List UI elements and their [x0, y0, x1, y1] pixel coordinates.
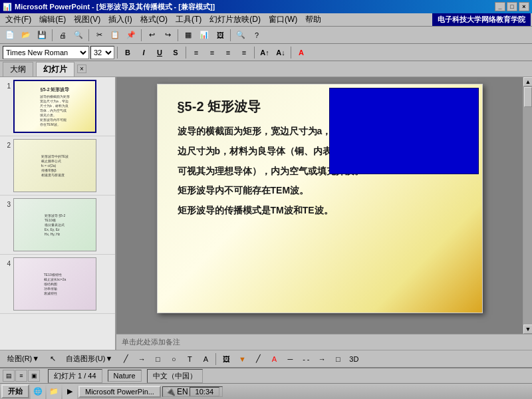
font-color-button[interactable]: A	[294, 46, 309, 59]
shadow-button[interactable]: S	[168, 46, 183, 59]
slide-thumb-1[interactable]: 1 §5-2 矩形波导 波导的横截面为矩形宽边尺寸为a，窄边尺寸为b，材料为良导…	[0, 77, 115, 136]
maximize-button[interactable]: □	[507, 2, 517, 11]
drawing-toolbar: 绘图(R)▼ ↖ 自选图形(U)▼ ╱ → □ ○ T A 🖼 ▼ ╱ A ─ …	[0, 350, 532, 367]
menu-bar: 文件(F) 编辑(E) 视图(V) 插入(I) 格式(O) 工具(T) 幻灯片放…	[0, 13, 532, 27]
menu-file[interactable]: 文件(F)	[1, 13, 35, 27]
shadow-button2[interactable]: □	[331, 352, 345, 366]
3d-button[interactable]: 3D	[346, 352, 361, 366]
outline-view-button[interactable]: ≡	[15, 370, 27, 382]
theme-status: Nature	[108, 370, 142, 382]
font-name-select[interactable]: Times New Roman	[3, 46, 89, 59]
tab-outline[interactable]: 大纲	[3, 62, 33, 76]
oval-tool[interactable]: ○	[166, 352, 181, 366]
rect-tool[interactable]: □	[150, 352, 165, 366]
insert-chart-button[interactable]: 📊	[197, 28, 211, 43]
taskbar-ie-icon[interactable]: 🌐	[31, 384, 45, 399]
dash-style-button[interactable]: - -	[299, 352, 313, 366]
brand-label: 电子科技大学网络教育学院	[432, 13, 531, 26]
bold-button[interactable]: B	[120, 46, 135, 59]
notes-area[interactable]: 单击此处添加备注	[116, 334, 532, 350]
draw-button[interactable]: 绘图(R)▼	[3, 352, 44, 366]
new-button[interactable]: 📄	[3, 28, 17, 43]
fill-color-button[interactable]: ▼	[235, 352, 249, 366]
menu-help[interactable]: 帮助	[301, 13, 325, 27]
line-color-button[interactable]: ╱	[251, 352, 265, 366]
slide-counter: 幻灯片 1 / 44	[48, 369, 102, 383]
insert-picture-button[interactable]: 🖼	[213, 28, 227, 43]
decrease-font-button[interactable]: A↓	[273, 46, 288, 59]
underline-button[interactable]: U	[152, 46, 167, 59]
window-title: Microsoft PowerPoint - [矩形波导及其传播模式 - [兼容…	[15, 2, 215, 12]
menu-edit[interactable]: 编辑(E)	[35, 13, 70, 27]
textbox-tool[interactable]: T	[182, 352, 197, 366]
arrow-style-button[interactable]: →	[315, 352, 329, 366]
slide-thumb-3[interactable]: 3 矩形波导 §5-2TE10模场分量表达式Ex, Ey, EzHx, Hy, …	[0, 196, 115, 255]
undo-button[interactable]: ↩	[144, 28, 159, 43]
justify-button[interactable]: ≡	[237, 46, 251, 59]
redo-button[interactable]: ↪	[160, 28, 175, 43]
title-bar: 📊 Microsoft PowerPoint - [矩形波导及其传播模式 - […	[0, 0, 532, 13]
help-button[interactable]: ?	[249, 28, 264, 43]
vertical-scrollbar[interactable]: ▲ ▼	[523, 77, 532, 334]
zoom-button[interactable]: 🔍	[233, 28, 248, 43]
slide-para-5: 矩形波导的传播模式是TM波和TE波。	[178, 203, 462, 219]
language-status: 中文（中国）	[147, 369, 203, 383]
main-area: 1 §5-2 矩形波导 波导的横截面为矩形宽边尺寸为a，窄边尺寸为b，材料为良导…	[0, 77, 532, 350]
font-color-button2[interactable]: A	[267, 352, 281, 366]
italic-button[interactable]: I	[136, 46, 151, 59]
menu-slideshow[interactable]: 幻灯片放映(D)	[205, 13, 265, 27]
blue-decoration-box	[329, 88, 479, 174]
cursor-tool[interactable]: ↖	[45, 352, 60, 366]
increase-font-button[interactable]: A↑	[257, 46, 272, 59]
arrow-tool[interactable]: →	[134, 352, 149, 366]
insert-table-button[interactable]: ▦	[181, 28, 196, 43]
line-style-button[interactable]: ─	[283, 352, 297, 366]
tab-slides[interactable]: 幻灯片	[36, 62, 74, 76]
taskbar-powerpoint-task[interactable]: Microsoft PowerPin...	[78, 386, 161, 398]
copy-button[interactable]: 📋	[108, 28, 122, 43]
normal-view-button[interactable]: ▤	[3, 370, 15, 382]
scroll-thumb[interactable]	[524, 87, 532, 107]
taskbar-media-icon[interactable]: ▶	[63, 384, 77, 399]
print-button[interactable]: 🖨	[55, 28, 70, 43]
slide-num-2: 2	[1, 142, 11, 149]
wordart-tool[interactable]: A	[198, 352, 213, 366]
scroll-down-button[interactable]: ▼	[523, 325, 532, 334]
scroll-track[interactable]	[523, 86, 532, 325]
slide-thumb-4[interactable]: 4 TE10模特性截止波长λc=2a场结构图功率传输衰减特性	[0, 255, 115, 314]
align-left-button[interactable]: ≡	[189, 46, 203, 59]
start-button[interactable]: 开始	[1, 384, 29, 398]
menu-tools[interactable]: 工具(T)	[172, 13, 205, 27]
taskbar-folder-icon[interactable]: 📁	[47, 384, 61, 399]
scroll-up-button[interactable]: ▲	[523, 77, 532, 86]
menu-insert[interactable]: 插入(I)	[104, 13, 136, 27]
panels-close-button[interactable]: ×	[77, 65, 86, 73]
slide-view-button[interactable]: ▣	[28, 370, 40, 382]
status-bar: ▤ ≡ ▣ 幻灯片 1 / 44 Nature 中文（中国）	[0, 367, 532, 383]
tray-network-icon: 🔌	[166, 387, 176, 396]
menu-window[interactable]: 窗口(W)	[265, 13, 301, 27]
line-tool[interactable]: ╱	[118, 352, 133, 366]
font-size-select[interactable]: 32	[90, 46, 114, 59]
preview-button[interactable]: 🔍	[71, 28, 86, 43]
save-button[interactable]: 💾	[35, 28, 49, 43]
menu-format[interactable]: 格式(O)	[136, 13, 172, 27]
open-button[interactable]: 📂	[19, 28, 33, 43]
insert-clip-button[interactable]: 🖼	[219, 352, 233, 366]
slide-panel[interactable]: 1 §5-2 矩形波导 波导的横截面为矩形宽边尺寸为a，窄边尺寸为b，材料为良导…	[0, 77, 116, 350]
paste-button[interactable]: 📌	[124, 28, 138, 43]
align-center-button[interactable]: ≡	[205, 46, 219, 59]
menu-view[interactable]: 视图(V)	[70, 13, 104, 27]
slide-thumb-2[interactable]: 2 矩形波导中的TE波截止频率公式fc = c/(2a)传播常数β相速度与群速度	[0, 136, 115, 196]
slide-preview-1: §5-2 矩形波导 波导的横截面为矩形宽边尺寸为a，窄边尺寸为b，材料为良导体，…	[13, 80, 96, 133]
align-right-button[interactable]: ≡	[221, 46, 235, 59]
panels-row: 大纲 幻灯片 ×	[0, 61, 532, 77]
cut-button[interactable]: ✂	[92, 28, 106, 43]
slide-para-4: 矩形波导内不可能存在TEM波。	[178, 183, 462, 199]
autoshape-button[interactable]: 自选图形(U)▼	[61, 352, 117, 366]
slide-edit-area[interactable]: §5-2 矩形波导 波导的横截面为矩形，宽边尺寸为a，窄 边尺寸为b，材料为良导…	[116, 77, 523, 334]
standard-toolbar: 📄 📂 💾 🖨 🔍 ✂ 📋 📌 ↩ ↪ ▦ 📊 🖼 🔍 ?	[0, 27, 532, 44]
minimize-button[interactable]: _	[495, 2, 505, 11]
slide-canvas: §5-2 矩形波导 波导的横截面为矩形，宽边尺寸为a，窄 边尺寸为b，材料为良导…	[157, 84, 483, 313]
close-button[interactable]: ×	[519, 2, 529, 11]
